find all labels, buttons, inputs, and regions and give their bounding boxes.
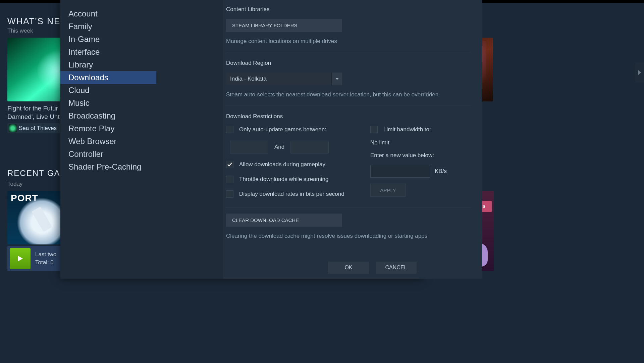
chevron-right-icon [638,70,641,75]
manage-content-help: Manage content locations on multiple dri… [226,38,471,45]
news-card-1-game[interactable]: Sea of Thieves [7,123,60,133]
only-auto-update-label: Only auto-update games between: [239,126,326,133]
region-help: Steam auto-selects the nearest download … [226,91,471,98]
check-icon [227,162,232,167]
checkbox-only-auto-update[interactable] [226,126,233,133]
divider [226,207,471,208]
button-label: APPLY [380,187,396,193]
nav-music[interactable]: Music [60,97,156,109]
nav-interface[interactable]: Interface [60,46,156,58]
checkbox-limit-bandwidth[interactable] [370,126,378,133]
throttle-streaming-label: Throttle downloads while streaming [239,176,328,183]
nav-item-label: Web Browser [68,137,117,146]
nav-item-label: In-Game [68,35,100,44]
row-allow-downloads-gameplay: Allow downloads during gameplay [226,161,350,168]
steam-library-folders-button[interactable]: STEAM LIBRARY FOLDERS [226,19,342,32]
no-limit-text: No limit [370,139,471,146]
cancel-button[interactable]: CANCEL [376,262,417,274]
news-card-1-title: Fight for the Futur Damned', Live Unt [7,104,60,121]
download-region-value: India - Kolkata [226,73,331,85]
checkbox-allow-downloads-gameplay[interactable] [226,161,233,168]
last-two-hours-label: Last two [35,251,56,258]
allow-downloads-gameplay-label: Allow downloads during gameplay [239,161,325,168]
download-region-title: Download Region [226,60,471,66]
button-label: STEAM LIBRARY FOLDERS [232,22,298,28]
nav-item-label: Interface [68,47,100,56]
restrictions-right-col: Limit bandwidth to: No limit Enter a new… [370,126,471,198]
nav-broadcasting[interactable]: Broadcasting [60,109,156,122]
display-bits-label: Display download rates in bits per secon… [239,191,344,197]
nav-item-label: Library [68,60,93,69]
nav-item-label: Downloads [68,73,108,82]
button-label: OK [344,265,352,270]
settings-dialog: Account Family In-Game Interface Library… [60,0,423,279]
nav-item-label: Shader Pre-Caching [68,162,141,171]
download-region-select[interactable]: India - Kolkata [226,73,342,85]
time-range-row: And [230,141,350,153]
news-card-1-game-label: Sea of Thieves [19,125,57,132]
nav-library[interactable]: Library [60,58,156,71]
chevron-down-icon [335,78,339,80]
settings-nav: Account Family In-Game Interface Library… [60,7,156,173]
play-button[interactable] [10,248,31,269]
limit-bandwidth-label: Limit bandwidth to: [383,126,431,133]
total-playtime-label: Total: 0 [35,259,56,266]
ok-button[interactable]: OK [328,262,369,274]
nav-item-label: Music [68,98,90,107]
nav-cloud[interactable]: Cloud [60,84,156,97]
content-libraries-title: Content Libraries [226,6,471,13]
checkbox-display-bits[interactable] [226,190,233,198]
news-scroll-right[interactable] [635,62,644,83]
nav-item-label: Remote Play [68,124,114,133]
row-display-bits: Display download rates in bits per secon… [226,190,350,198]
nav-downloads[interactable]: Downloads [60,71,156,84]
bandwidth-input-row: KB/s [370,165,471,178]
whats-new-subtext: This week [7,28,33,34]
nav-item-label: Cloud [68,86,90,95]
row-throttle-streaming: Throttle downloads while streaming [226,176,350,183]
button-label: CANCEL [385,265,407,270]
recent-game-1-cover[interactable]: PORT [7,191,60,244]
divider [226,52,471,52]
nav-web-browser[interactable]: Web Browser [60,135,156,148]
skull-icon [9,124,17,132]
recent-heading: RECENT GAM [7,169,68,178]
time-to-input[interactable] [290,141,329,153]
kbps-label: KB/s [435,168,447,175]
clear-download-cache-button[interactable]: CLEAR DOWNLOAD CACHE [226,214,342,227]
nav-item-label: Family [68,22,92,31]
nav-remote-play[interactable]: Remote Play [60,122,156,135]
nav-family[interactable]: Family [60,20,156,33]
download-restrictions-title: Download Restrictions [226,113,471,120]
restrictions-left-col: Only auto-update games between: And Allo… [226,126,350,198]
downloads-settings: Content Libraries STEAM LIBRARY FOLDERS … [226,6,471,239]
row-only-auto-update: Only auto-update games between: [226,126,350,133]
and-label: And [274,144,284,150]
nav-item-label: Controller [68,149,103,158]
play-icon [16,255,24,263]
clear-cache-help: Clearing the download cache might resolv… [226,233,471,239]
bandwidth-input[interactable] [370,165,430,178]
nav-in-game[interactable]: In-Game [60,33,156,46]
enter-value-label: Enter a new value below: [370,152,471,159]
nav-controller[interactable]: Controller [60,148,156,161]
nav-shader-precaching[interactable]: Shader Pre-Caching [60,161,156,173]
row-limit-bandwidth: Limit bandwidth to: [370,126,471,133]
time-from-input[interactable] [230,141,268,153]
divider [226,105,471,106]
button-label: CLEAR DOWNLOAD CACHE [232,217,299,223]
apply-bandwidth-button[interactable]: APPLY [370,184,406,197]
download-region-dropdown-button[interactable] [331,73,342,85]
nav-item-label: Account [68,9,98,18]
nav-account[interactable]: Account [60,7,156,20]
nav-item-label: Broadcasting [68,111,115,120]
checkbox-throttle-streaming[interactable] [226,176,233,183]
recent-today: Today [7,181,22,187]
